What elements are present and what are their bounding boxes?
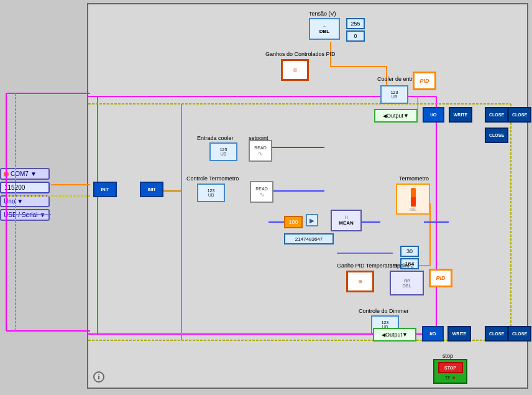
stop-button[interactable]: STOP (438, 362, 463, 373)
cooler-ub-label: UB (392, 95, 398, 99)
controle-term-block[interactable]: 123 UB (197, 184, 225, 202)
setpoint2-block[interactable]: ⊓⊓ DBL (390, 271, 424, 295)
init-block[interactable]: INIT (140, 182, 163, 197)
cooler-indicator[interactable]: 123 UB (380, 85, 408, 104)
pid-top-label: PID (420, 78, 429, 84)
com-port-selector[interactable]: COM7 ▼ (0, 168, 50, 180)
ganho-pid-temp-label: Ganho PID Temperatura (337, 263, 397, 269)
io-top[interactable]: I/O (423, 107, 444, 123)
const-max-int-value: 2147483647 (295, 236, 323, 242)
const-255[interactable]: 255 (346, 18, 365, 29)
read-top[interactable]: READ ∿ (249, 140, 272, 162)
setpoint2-icon: ⊓⊓ (404, 279, 410, 284)
triangle-icon: ▶ (310, 217, 314, 224)
const-100[interactable]: 100 (284, 216, 303, 228)
const-0[interactable]: 0 (346, 30, 365, 42)
stop-button-label: STOP (444, 366, 456, 370)
controle-dimmer-label: Controle do Dimmer (359, 308, 409, 314)
setpoint2-label: setpoint 2 (390, 263, 414, 269)
read-bottom[interactable]: READ ∿ (250, 181, 273, 203)
close-far-bottom-label: CLOSE (512, 332, 527, 336)
output-top-label: Output (387, 113, 403, 119)
com-port-indicator (4, 172, 9, 177)
gains-indicator: ⊞ (293, 68, 297, 73)
stop-label: stop (443, 353, 453, 359)
close-bottom[interactable]: CLOSE (485, 326, 508, 342)
left-panel: COM7 ▼ 115200 Uno ▼ USB / Serial ▼ (0, 168, 53, 221)
const-30-value: 30 (406, 248, 413, 254)
triangle-block[interactable]: ▶ (306, 214, 318, 226)
mean-label: MEAN (339, 220, 354, 226)
output-bottom-label: Output (385, 332, 402, 338)
tensao-indicator[interactable]: ~ DBL (309, 18, 340, 40)
write-bottom-label: WRITE (452, 332, 467, 336)
setpoint2-dbl-label: DBL (403, 284, 411, 288)
entrada-cooler-label: Entrada cooler (197, 135, 234, 141)
read-bottom-label: READ (255, 187, 267, 191)
connection-selector[interactable]: USB / Serial ▼ (0, 209, 50, 221)
io-bottom-label: I/O (429, 331, 436, 337)
pid-block-top[interactable]: PID (413, 72, 436, 90)
connection-chevron: ▼ (39, 211, 45, 218)
ganhos-pid-label: Ganhos do Controlados PID (265, 51, 336, 57)
close-top2[interactable]: CLOSE (485, 128, 508, 143)
board-label: Uno (4, 198, 15, 205)
mean-block[interactable]: ⌇⌇ MEAN (331, 210, 362, 231)
gains2-indicator: ⊞ (359, 279, 362, 284)
write-top-label: WRITE (454, 113, 468, 117)
termometro-label: Termometro (399, 175, 429, 182)
output-top[interactable]: ◀ Output ▼ (374, 109, 418, 123)
ganho-pid-temp-block[interactable]: ⊞ (346, 271, 374, 292)
close-top2-label: CLOSE (489, 133, 504, 137)
board-chevron: ▼ (17, 198, 23, 205)
arduino-init-label: INIT (101, 187, 109, 192)
board-selector[interactable]: Uno ▼ (0, 195, 50, 207)
tensao-dbl-label: DBL (319, 29, 329, 34)
baud-rate-value: 115200 (4, 184, 25, 191)
main-container: COM7 ▼ 115200 Uno ▼ USB / Serial ▼ (0, 0, 532, 395)
controle-termometro-label: Controle Termometro (186, 175, 239, 182)
close-far-bottom[interactable]: CLOSE (508, 326, 531, 342)
close-top[interactable]: CLOSE (485, 107, 508, 123)
tensao-label: Tensão (V) (309, 11, 336, 17)
pid-bottom-label: PID (436, 275, 445, 281)
const-30[interactable]: 30 (400, 246, 419, 257)
com-port-chevron: ▼ (30, 170, 37, 177)
write-top[interactable]: WRITE (449, 107, 472, 123)
close-top-label: CLOSE (489, 113, 504, 117)
read-top-label: READ (254, 146, 266, 150)
const-255-value: 255 (351, 21, 360, 27)
connection-label: USB / Serial (4, 211, 37, 218)
close-far-top[interactable]: CLOSE (508, 107, 531, 123)
write-bottom[interactable]: WRITE (447, 326, 471, 342)
output-bottom[interactable]: ◀ Output ▼ (373, 328, 416, 342)
const-100-value: 100 (288, 219, 298, 225)
io-top-label: I/O (430, 112, 437, 118)
stop-tf-label: TF (445, 376, 451, 380)
diagram-area: Tensão (V) ~ DBL 255 0 Ganhos do Control… (87, 3, 528, 389)
thermometer-dbl-label: DBL (410, 208, 417, 211)
io-bottom[interactable]: I/O (422, 326, 444, 342)
ganhos-pid-block[interactable]: ⊞ (281, 59, 309, 81)
thermometer-block[interactable]: DBL (396, 184, 430, 215)
mean-wave-icon: ⌇⌇ (344, 215, 348, 220)
const-0-value: 0 (354, 33, 357, 39)
close-far-top-label: CLOSE (512, 113, 527, 117)
const-max-int[interactable]: 2147483647 (284, 233, 334, 244)
entrada-cooler-block[interactable]: 123 UB (209, 142, 237, 161)
com-port-label: COM7 (11, 170, 29, 177)
arduino-init[interactable]: INIT (93, 182, 117, 197)
stop-red-dot: ● (452, 374, 456, 381)
baud-rate-box[interactable]: 115200 (0, 182, 50, 193)
info-icon[interactable]: i (93, 371, 104, 383)
init-label: INIT (147, 187, 155, 192)
stop-block[interactable]: STOP TF ● (433, 359, 467, 384)
close-bottom-label: CLOSE (489, 332, 504, 336)
info-label: i (98, 373, 99, 381)
pid-block-bottom[interactable]: PID (429, 269, 452, 287)
